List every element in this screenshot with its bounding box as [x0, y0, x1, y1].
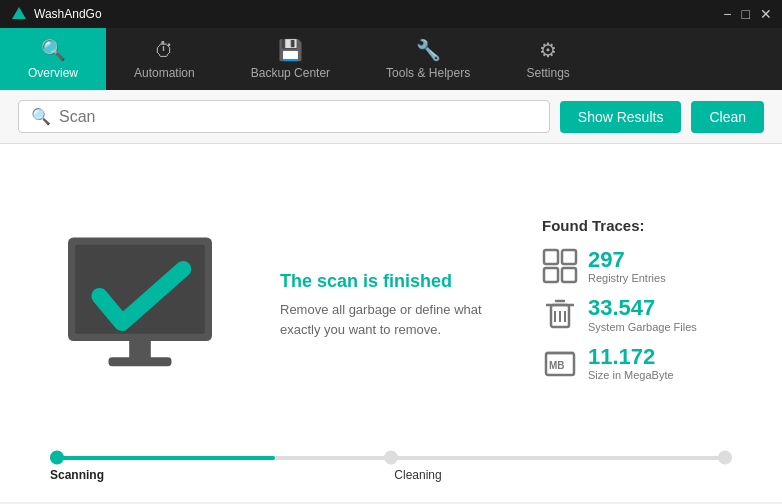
settings-icon: ⚙ [539, 38, 557, 62]
nav-label-settings: Settings [526, 66, 569, 80]
progress-label-cleaning: Cleaning [394, 468, 441, 482]
nav-label-tools: Tools & Helpers [386, 66, 470, 80]
progress-dot-done [718, 451, 732, 465]
app-logo-icon [10, 5, 28, 23]
svg-rect-2 [75, 245, 205, 334]
nav-bar: 🔍 Overview ⏱ Automation 💾 Backup Center … [0, 28, 782, 90]
nav-item-overview[interactable]: 🔍 Overview [0, 28, 106, 90]
clean-button[interactable]: Clean [691, 101, 764, 133]
registry-icon [542, 248, 578, 284]
minimize-button[interactable]: − [723, 7, 731, 21]
scan-description: Remove all garbage or define what exactl… [280, 300, 492, 339]
progress-dots [50, 452, 732, 465]
maximize-button[interactable]: □ [742, 7, 750, 21]
automation-icon: ⏱ [154, 39, 174, 62]
tools-icon: 🔧 [416, 38, 441, 62]
garbage-label: System Garbage Files [588, 321, 697, 333]
progress-dot-scanning [50, 451, 64, 465]
title-bar-left: WashAndGo [10, 5, 102, 23]
scan-title: The scan is finished [280, 271, 492, 292]
nav-label-backup: Backup Center [251, 66, 330, 80]
progress-labels: Scanning Cleaning [50, 468, 732, 482]
title-bar: WashAndGo − □ ✕ [0, 0, 782, 28]
found-traces-title: Found Traces: [542, 217, 742, 234]
content-row: The scan is finished Remove all garbage … [40, 174, 742, 436]
trace-row-garbage: 33.547 System Garbage Files [542, 296, 742, 332]
window-controls: − □ ✕ [723, 7, 772, 21]
search-box: 🔍 [18, 100, 550, 133]
svg-rect-8 [562, 268, 576, 282]
scan-title-text: The scan is [280, 271, 383, 291]
main-content: The scan is finished Remove all garbage … [0, 144, 782, 502]
search-icon: 🔍 [31, 107, 51, 126]
size-count: 11.172 [588, 345, 674, 369]
trace-row-size: MB 11.172 Size in MegaByte [542, 345, 742, 381]
nav-item-tools-helpers[interactable]: 🔧 Tools & Helpers [358, 28, 498, 90]
progress-label-scanning: Scanning [50, 468, 104, 482]
toolbar: 🔍 Show Results Clean [0, 90, 782, 144]
registry-count: 297 [588, 248, 666, 272]
show-results-button[interactable]: Show Results [560, 101, 682, 133]
found-traces: Found Traces: 297 Registry Entries [522, 217, 742, 393]
garbage-count: 33.547 [588, 296, 697, 320]
nav-item-backup-center[interactable]: 💾 Backup Center [223, 28, 358, 90]
backup-icon: 💾 [278, 38, 303, 62]
app-title: WashAndGo [34, 7, 102, 21]
trace-info-registry: 297 Registry Entries [588, 248, 666, 284]
garbage-icon [542, 297, 578, 333]
trace-info-garbage: 33.547 System Garbage Files [588, 296, 697, 332]
close-button[interactable]: ✕ [760, 7, 772, 21]
svg-rect-5 [544, 250, 558, 264]
nav-item-automation[interactable]: ⏱ Automation [106, 28, 223, 90]
nav-label-automation: Automation [134, 66, 195, 80]
trace-row-registry: 297 Registry Entries [542, 248, 742, 284]
progress-track [50, 456, 732, 460]
size-icon: MB [542, 345, 578, 381]
progress-dot-cleaning [384, 451, 398, 465]
svg-rect-3 [129, 341, 151, 359]
svg-rect-4 [109, 357, 172, 366]
trace-info-size: 11.172 Size in MegaByte [588, 345, 674, 381]
size-label: Size in MegaByte [588, 369, 674, 381]
svg-rect-6 [562, 250, 576, 264]
search-input[interactable] [59, 108, 537, 126]
registry-label: Registry Entries [588, 272, 666, 284]
overview-icon: 🔍 [41, 38, 66, 62]
nav-label-overview: Overview [28, 66, 78, 80]
nav-item-settings[interactable]: ⚙ Settings [498, 28, 598, 90]
progress-section: Scanning Cleaning [40, 456, 742, 482]
svg-text:MB: MB [549, 360, 565, 371]
svg-rect-7 [544, 268, 558, 282]
svg-marker-0 [12, 7, 26, 19]
monitor-illustration [40, 225, 240, 385]
scan-title-highlight: finished [383, 271, 452, 291]
monitor-icon [50, 225, 230, 385]
scan-text: The scan is finished Remove all garbage … [270, 271, 492, 339]
